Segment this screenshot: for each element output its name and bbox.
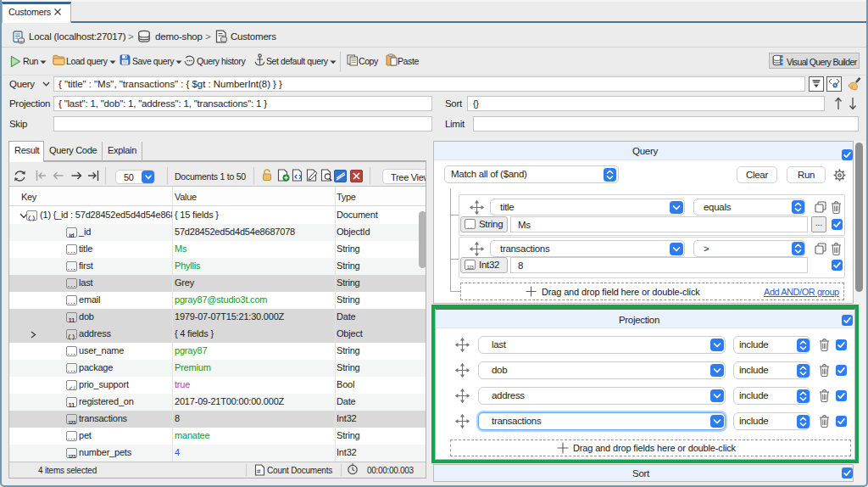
svg-text:#: #: [257, 467, 261, 475]
